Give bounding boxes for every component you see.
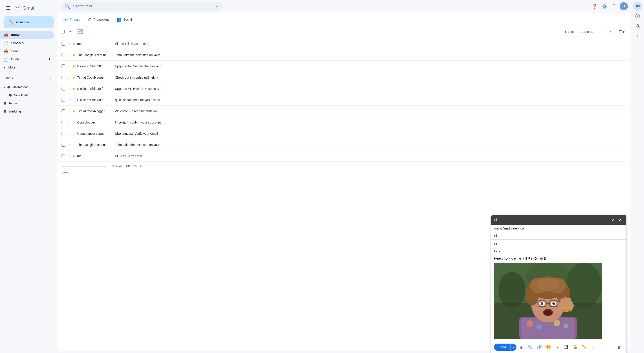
prev-page-button[interactable]: ‹ [596, 27, 604, 36]
email-row[interactable]: ☆ ▶ Tim at Copyblogger Welcome + a recom… [58, 106, 630, 117]
email-row[interactable]: ☆ ▶ me Hi - Hi This is an email :) [58, 38, 630, 50]
compose-subject-field[interactable]: Hi [491, 232, 626, 240]
sidebar-item-more[interactable]: ▾ More [0, 63, 54, 72]
settings-button[interactable]: ⚙️ [600, 2, 609, 11]
svg-point-15 [536, 324, 542, 330]
sidebar-item-sent[interactable]: 📤 Sent [0, 47, 54, 55]
email-checkbox-1[interactable] [61, 42, 66, 46]
email-row[interactable]: ☆ ▶ Ubersuggest support Ubersuggest: Ver… [58, 128, 630, 139]
refresh-button[interactable]: 🔄 [76, 27, 84, 36]
star-7[interactable]: ☆ [67, 109, 71, 114]
insert-link-button[interactable]: 🔗 [535, 343, 544, 351]
apps-button[interactable]: ⠿ [610, 2, 619, 11]
confidential-mode-button[interactable]: 🔒 [571, 343, 579, 351]
tab-primary[interactable]: 📧 Primary [59, 14, 84, 25]
email-row[interactable]: ☆ ▶ Dickie at Ship 30 f. Upgrade #1: How… [58, 83, 630, 94]
label-item-tennis[interactable]: Tennis [0, 99, 54, 107]
email-checkbox-6[interactable] [61, 98, 66, 102]
star-11[interactable]: ☆ [67, 154, 71, 158]
subject-3: Upgrade #2: Simple changes to m [115, 64, 626, 68]
compose-button[interactable]: ✏️ Compose [4, 16, 54, 28]
more-chevron-icon: ▾ [4, 66, 5, 69]
tab-social[interactable]: 👥 Social [113, 14, 136, 25]
compose-header[interactable]: Hi − ⤢ ✕ [491, 215, 626, 225]
star-9[interactable]: ☆ [67, 131, 71, 136]
gmail-text: Gmail [22, 5, 35, 11]
chat-button[interactable] [633, 12, 642, 21]
expand-button[interactable]: ⤢ [610, 217, 616, 223]
star-6[interactable]: ☆ [67, 98, 71, 102]
format-text-button[interactable]: A [517, 343, 526, 351]
tab-promotions[interactable]: 🏷 Promotions [84, 14, 113, 25]
email-checkbox-2[interactable] [61, 53, 66, 57]
preview-1: - Hi This is an email :) [119, 42, 149, 46]
add-panel-button[interactable]: + [633, 32, 642, 40]
subject-10: John, take the next step on your [115, 143, 626, 147]
close-compose-button[interactable]: ✕ [617, 217, 623, 223]
add-label-button[interactable]: + [48, 75, 54, 81]
sender-8: Copyblogger [77, 120, 113, 124]
drafts-badge: 1 [49, 58, 50, 61]
email-checkbox-5[interactable] [61, 87, 66, 90]
send-options-button[interactable]: ▾ [510, 344, 516, 350]
email-checkbox-4[interactable] [61, 76, 66, 79]
hamburger-button[interactable]: ☰ [4, 4, 12, 12]
star-1[interactable]: ☆ [67, 41, 71, 46]
star-2[interactable]: ☆ [67, 52, 71, 58]
more-options-footer-button[interactable]: ⋮ [589, 343, 597, 351]
meet-button[interactable] [633, 2, 642, 11]
tabs-bar: 📧 Primary 🏷 Promotions 👥 Social [58, 14, 630, 25]
tab-label-promotions: Promotions [94, 18, 109, 21]
help-button[interactable]: ❓ [590, 2, 599, 11]
sidebar-item-snoozed[interactable]: 🕐 Snoozed [0, 39, 54, 47]
select-all-checkbox[interactable] [61, 30, 65, 34]
toolbar-left: ▾ 🔄 ⋮ [61, 27, 94, 36]
insert-drive-button[interactable]: ▲ [553, 343, 561, 351]
email-row[interactable]: ☆ ▶ me Hi - This is an email. [58, 150, 630, 162]
star-3[interactable]: ☆ [67, 64, 71, 69]
label-item-new-leads[interactable]: New leads [0, 91, 54, 99]
email-row[interactable]: ☆ ▶ The Google Account . John, take the … [58, 50, 630, 61]
insert-emoji-button[interactable]: 😊 [544, 343, 552, 351]
send-button[interactable]: Send [494, 344, 510, 351]
email-row[interactable]: ☆ ▶ The Google Account . John, take the … [58, 139, 630, 150]
compose-to-field[interactable]: mary@mailmeteor.com [491, 225, 626, 232]
export-button[interactable]: ⬇ Export [563, 27, 578, 36]
svg-point-8 [498, 272, 526, 308]
more-options-button[interactable]: ⋮ [85, 27, 94, 36]
compose-body[interactable]: Hi Hi :) Here's how to email a GIF in Gm… [491, 240, 626, 263]
email-checkbox-8[interactable] [61, 120, 66, 124]
star-4[interactable]: ☆ [67, 75, 71, 80]
email-row[interactable]: ☆ ▶ Dickie at Ship 30 f. Upgrade #2: Sim… [58, 61, 630, 72]
label-item-mailmeteor[interactable]: ▸ Mailmeteor [0, 83, 54, 91]
manage-storage-link[interactable]: ↗ [139, 164, 142, 168]
email-row[interactable]: ☆ ▶ Tim at Copyblogger Check out this vi… [58, 72, 630, 83]
insert-signature-button[interactable]: ✏️ [580, 343, 588, 351]
email-checkbox-9[interactable] [61, 132, 66, 136]
search-options-button[interactable] [215, 4, 219, 8]
search-input[interactable] [73, 4, 212, 8]
star-5[interactable]: ☆ [67, 86, 71, 91]
attach-file-button[interactable]: 📎 [526, 343, 534, 351]
sidebar-item-inbox[interactable]: 📥 Inbox [0, 31, 54, 39]
view-options-button[interactable]: ⊟▾ [617, 27, 626, 36]
user-avatar[interactable]: U [620, 2, 628, 10]
compose-title: Hi [494, 218, 497, 222]
star-10[interactable]: ☆ [67, 142, 71, 147]
star-8[interactable]: ☆ [67, 120, 71, 125]
hamburger-area: ☰ Gmail [0, 2, 58, 14]
sidebar-item-drafts[interactable]: 📄 Drafts 1 [0, 55, 54, 63]
discard-draft-button[interactable]: 🗑 [615, 343, 623, 351]
label-item-wedding[interactable]: Wedding [0, 107, 54, 116]
next-page-button[interactable]: › [606, 27, 615, 36]
insert-photo-button[interactable]: 🖼 [562, 343, 570, 351]
minimize-button[interactable]: − [603, 217, 609, 223]
contacts-button[interactable] [633, 22, 642, 30]
email-checkbox-3[interactable] [61, 64, 66, 68]
email-row[interactable]: ☆ ▶ Dickie at Ship 30 f. quick sneak pee… [58, 94, 630, 106]
select-dropdown-button[interactable]: ▾ [66, 27, 74, 36]
email-checkbox-10[interactable] [61, 143, 66, 147]
email-checkbox-7[interactable] [61, 109, 66, 113]
email-row[interactable]: ☆ ▶ Copyblogger Important: confirm your … [58, 117, 630, 128]
email-checkbox-11[interactable] [61, 154, 66, 158]
